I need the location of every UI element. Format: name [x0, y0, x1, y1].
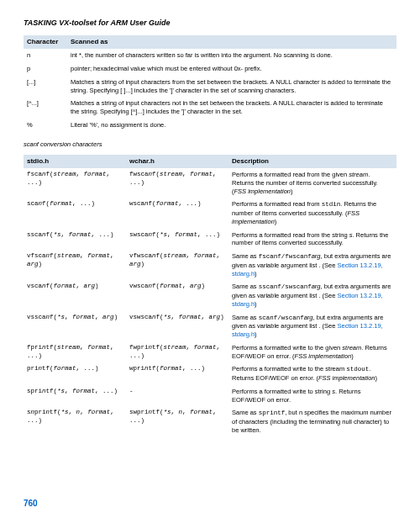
page: TASKING VX-toolset for ARM User Guide Ch… — [0, 0, 420, 518]
cell-stdio: snprintf(*s, n, format, ...) — [24, 406, 126, 436]
table-row: vfscanf(stream, format, arg)vfwscanf(str… — [24, 250, 396, 280]
table-row: sscanf(*s, format, ...)swscanf(*s, forma… — [24, 229, 396, 251]
cell-desc: Performs a formatted read from the strin… — [228, 229, 396, 251]
cell-desc: Same as fscanf/fwscanfarg, but extra arg… — [228, 250, 396, 280]
cell-char: p — [24, 62, 67, 76]
cell-stdio: vscanf(format, arg) — [24, 280, 126, 310]
cell-char: % — [24, 119, 67, 132]
table-functions: stdio.h wchar.h Description fscanf(strea… — [24, 155, 396, 437]
cell-desc: Performs a formatted write to string s. … — [228, 385, 396, 407]
cell-desc: Literal '%', no assignment is done. — [67, 119, 396, 132]
cell-char: [...] — [24, 76, 67, 98]
cell-desc: Performs a formatted read from the given… — [228, 168, 396, 198]
cell-desc: Performs a formatted read from stdin. Re… — [228, 198, 396, 228]
cell-desc: Same as scanf/wscanfarg, but extra argum… — [228, 311, 396, 341]
cell-desc: Performs a formatted write to the stream… — [228, 362, 396, 385]
table-row: ppointer; hexadecimal value which must b… — [24, 62, 396, 76]
cell-wchar: fwprintf(stream, format, ...) — [126, 341, 228, 363]
cell-stdio: fprintf(stream, format, ...) — [24, 341, 126, 363]
cell-wchar: vswscanf(*s, format, arg) — [126, 311, 228, 341]
table-header-row: Character Scanned as — [24, 35, 396, 49]
col-wchar: wchar.h — [126, 155, 228, 168]
table-row: fscanf(stream, format, ...)fwscanf(strea… — [24, 168, 396, 198]
cell-wchar: vfwscanf(stream, format, arg) — [126, 250, 228, 280]
table-header-row: stdio.h wchar.h Description — [24, 155, 396, 168]
cell-stdio: vsscanf(*s, format, arg) — [24, 311, 126, 341]
cell-stdio: fscanf(stream, format, ...) — [24, 168, 126, 198]
cell-wchar: swscanf(*s, format, ...) — [126, 229, 228, 251]
table-row: nint *, the number of characters written… — [24, 49, 396, 62]
cell-wchar: wprintf(format, ...) — [126, 362, 228, 385]
table-row: scanf(format, ...)wscanf(format, ...)Per… — [24, 198, 396, 228]
cell-stdio: sprintf(*s, format, ...) — [24, 385, 126, 407]
doc-title: TASKING VX-toolset for ARM User Guide — [24, 18, 396, 27]
table-row: %Literal '%', no assignment is done. — [24, 119, 396, 132]
table-row: fprintf(stream, format, ...)fwprintf(str… — [24, 341, 396, 363]
cell-stdio: sscanf(*s, format, ...) — [24, 229, 126, 251]
cell-stdio: printf(format, ...) — [24, 362, 126, 385]
cell-char: [^...] — [24, 97, 67, 119]
cell-stdio: scanf(format, ...) — [24, 198, 126, 228]
table-row: printf(format, ...)wprintf(format, ...)P… — [24, 362, 396, 385]
table-row: snprintf(*s, n, format, ...)swprintf(*s,… — [24, 406, 396, 436]
caption-scanf: scanf conversion characters — [24, 140, 396, 148]
col-character: Character — [24, 35, 67, 49]
table-scanned-as: Character Scanned as nint *, the number … — [24, 35, 396, 132]
table-row: [...]Matches a string of input character… — [24, 76, 396, 98]
table-row: vsscanf(*s, format, arg)vswscanf(*s, for… — [24, 311, 396, 341]
col-stdio: stdio.h — [24, 155, 126, 168]
cell-wchar: wscanf(format, ...) — [126, 198, 228, 228]
cell-char: n — [24, 49, 67, 62]
col-description: Description — [228, 155, 396, 168]
cell-wchar: - — [126, 385, 228, 407]
cell-desc: Same as sprintf, but n specifies the max… — [228, 406, 396, 436]
col-scanned-as: Scanned as — [67, 35, 396, 49]
cell-desc: Matches a string of input characters fro… — [67, 76, 396, 98]
cell-desc: Performs a formatted write to the given … — [228, 341, 396, 363]
cell-wchar: vwscanf(format, arg) — [126, 280, 228, 310]
cell-wchar: swprintf(*s, n, format, ...) — [126, 406, 228, 436]
cell-desc: Same as sscanf/swscanfarg, but extra arg… — [228, 280, 396, 310]
table-row: sprintf(*s, format, ...)-Performs a form… — [24, 385, 396, 407]
cell-stdio: vfscanf(stream, format, arg) — [24, 250, 126, 280]
table-row: vscanf(format, arg)vwscanf(format, arg)S… — [24, 280, 396, 310]
cell-desc: Matches a string of input characters not… — [67, 97, 396, 119]
cell-wchar: fwscanf(stream, format, ...) — [126, 168, 228, 198]
cell-desc: int *, the number of characters written … — [67, 49, 396, 62]
table-row: [^...]Matches a string of input characte… — [24, 97, 396, 119]
cell-desc: pointer; hexadecimal value which must be… — [67, 62, 396, 76]
page-number: 760 — [24, 499, 38, 508]
